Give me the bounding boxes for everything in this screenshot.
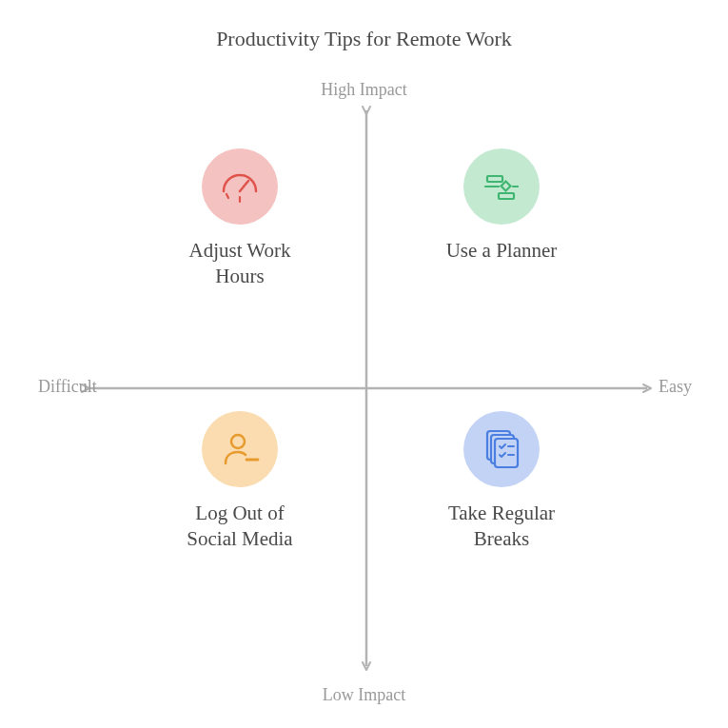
quadrant-item-label: Log Out ofSocial Media [187, 501, 292, 553]
svg-rect-7 [502, 182, 511, 191]
svg-rect-5 [487, 176, 502, 182]
chart-title: Productivity Tips for Remote Work [0, 27, 728, 51]
quadrant-item-label: Take RegularBreaks [448, 501, 555, 553]
svg-point-10 [231, 435, 245, 448]
quadrant-item-use-a-planner: Use a Planner [387, 148, 616, 264]
svg-line-2 [226, 194, 228, 198]
quadrant-axes [0, 0, 728, 728]
quadrant-item-label: Adjust WorkHours [188, 238, 290, 290]
checklists-icon [463, 411, 540, 487]
svg-line-4 [240, 181, 248, 191]
svg-rect-6 [499, 193, 514, 199]
gauge-icon [202, 148, 278, 225]
x-axis-negative-label: Difficult [38, 377, 97, 397]
quadrant-item-log-out-social-media: Log Out ofSocial Media [126, 411, 354, 553]
y-axis-negative-label: Low Impact [323, 685, 405, 705]
user-minus-icon [202, 411, 278, 487]
x-axis-positive-label: Easy [659, 377, 692, 397]
gantt-icon [463, 148, 540, 225]
quadrant-item-take-regular-breaks: Take RegularBreaks [387, 411, 616, 553]
quadrant-item-label: Use a Planner [446, 238, 558, 264]
y-axis-positive-label: High Impact [321, 80, 406, 100]
quadrant-item-adjust-work-hours: Adjust WorkHours [126, 148, 354, 290]
